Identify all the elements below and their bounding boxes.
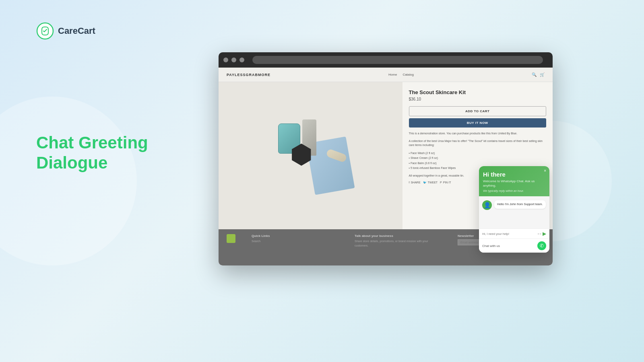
browser-bar [219,52,553,68]
logo-area: CareCart [36,22,95,40]
chat-dot-1 [538,233,539,234]
footer-about-title: Talk about your business [355,234,442,238]
agent-avatar: 👤 [482,200,492,210]
chat-dot-2 [540,233,541,234]
browser-window: PAYLESSGRABMORE Home Catalog 🔍 🛒 [219,52,553,265]
store-nav-icons: 🔍 🛒 [532,72,545,77]
shopify-icon [227,234,235,243]
left-text-block: Chat Greeting Dialogue [36,133,148,173]
footer-quick-links-title: Quick Links [252,234,339,238]
chat-agent-message: 👤 Hello I'm John from Support team. [482,200,546,210]
share-facebook[interactable]: f SHARE [409,181,421,184]
share-twitter[interactable]: 🐦 TWEET [423,181,438,184]
store-page: PAYLESSGRABMORE Home Catalog 🔍 🛒 [219,68,553,265]
chat-dots [538,233,541,234]
logo-text: CareCart [58,26,95,36]
footer-about: Talk about your business Share store det… [355,234,442,248]
agent-avatar-icon: 👤 [484,202,491,208]
browser-dot-green [239,58,244,62]
pinterest-icon: P [440,181,442,184]
product-description: This is a demonstration store. You can p… [409,132,547,136]
product-image-area [219,82,402,229]
footer-shopify [227,234,235,243]
chat-widget[interactable]: × Hi there Welcome to WhatsApp Chat. Ask… [479,166,549,253]
whatsapp-logo: ✆ [540,243,544,249]
heading-line2: Dialogue [36,153,148,173]
footer-search-link[interactable]: Search [252,239,339,244]
whatsapp-icon[interactable]: ✆ [537,241,546,250]
facebook-icon: f [409,181,410,184]
add-to-cart-button[interactable]: ADD TO CART [409,106,547,116]
chat-close-button[interactable]: × [544,169,546,173]
nav-catalog[interactable]: Catalog [402,73,414,76]
nav-home[interactable]: Home [388,73,397,76]
chat-send-button[interactable]: ▶ [543,231,546,237]
agent-message-bubble: Hello I'm John from Support team. [494,200,546,209]
product-item-1: Face Wash (2 fl oz) [409,151,547,156]
chat-reply-time: We typically reply within an hour. [483,189,545,192]
twitter-icon: 🐦 [423,181,427,184]
share-pinterest[interactable]: P PIN IT [440,181,451,184]
browser-url-bar[interactable] [252,56,543,64]
buy-now-button[interactable]: BUY IT NOW [409,118,547,128]
chat-input-field[interactable] [482,232,538,236]
heading-line1: Chat Greeting [36,133,148,153]
footer-quick-links: Quick Links Search [252,234,339,244]
cart-icon[interactable]: 🛒 [540,72,545,77]
carecart-logo-icon [36,22,54,40]
bg-circle-left [0,97,137,265]
store-brand: PAYLESSGRABMORE [227,73,270,77]
product-title: The Scout Skincare Kit [409,89,547,95]
chat-header: × Hi there Welcome to WhatsApp Chat. Ask… [479,166,549,196]
browser-dot-red [223,58,228,62]
store-nav-links: Home Catalog [388,73,414,76]
chat-input-row: ▶ [479,228,549,239]
product-item-2: Shave Cream (2 fl oz) [409,156,547,161]
chat-footer: Chat with us ✆ [479,239,549,253]
product-price: $36.10 [409,97,547,101]
chat-greeting-title: Hi there [483,171,545,178]
product-mockup [270,119,351,192]
chat-greeting-subtitle: Welcome to WhatsApp Chat. Ask us anythin… [483,179,545,188]
product-item-3: Face Balm (0.6 fl oz) [409,161,547,166]
chat-body: 👤 Hello I'm John from Support team. [479,196,549,228]
footer-about-text: Share store details, promotions, or bran… [355,239,442,248]
store-nav: PAYLESSGRABMORE Home Catalog 🔍 🛒 [219,68,553,82]
search-icon[interactable]: 🔍 [532,72,537,77]
product-description2: A collection of the best Ursa Major has … [409,139,547,148]
chat-with-us-label: Chat with us [482,244,500,248]
browser-dot-yellow [231,58,236,62]
